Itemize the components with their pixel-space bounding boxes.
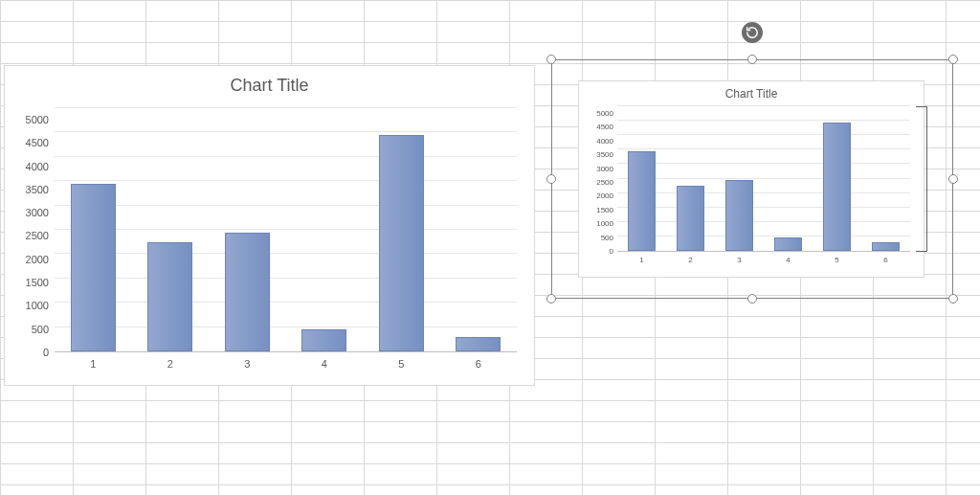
resize-handle-s[interactable] [747, 294, 757, 304]
y-tick-label: 500 [590, 235, 613, 242]
plot-area-main[interactable] [55, 108, 517, 352]
x-tick-label: 1 [617, 256, 666, 264]
y-tick-label: 4500 [590, 124, 613, 131]
data-bar[interactable] [301, 329, 346, 351]
x-axis-ticks-small: 123456 [617, 256, 910, 264]
chart-plot-main: 0500100015002000250030003500400045005000 [16, 108, 517, 352]
plot-area-small[interactable] [617, 106, 910, 252]
x-tick-label: 6 [861, 256, 910, 264]
y-tick-label: 5000 [16, 114, 49, 125]
y-axis-ticks-main: 0500100015002000250030003500400045005000 [16, 108, 49, 352]
y-tick-label: 1500 [590, 207, 613, 214]
column-chart-small[interactable]: Chart Title 0500100015002000250030003500… [578, 80, 924, 278]
data-bar[interactable] [379, 135, 424, 351]
plot-area-selection-bracket[interactable] [916, 106, 927, 252]
resize-handle-se[interactable] [948, 294, 958, 304]
y-tick-label: 0 [16, 347, 49, 358]
data-bar[interactable] [872, 242, 901, 251]
x-tick-label: 6 [440, 358, 518, 370]
resize-handle-nw[interactable] [546, 55, 556, 64]
chart-title-main[interactable]: Chart Title [5, 76, 534, 96]
x-tick-label: 2 [666, 256, 715, 264]
y-tick-label: 3000 [16, 207, 49, 218]
data-bar[interactable] [774, 237, 803, 251]
y-axis-ticks-small: 0500100015002000250030003500400045005000 [590, 106, 613, 252]
data-bar[interactable] [147, 242, 192, 351]
chart-plot-small: 0500100015002000250030003500400045005000 [590, 106, 910, 252]
y-tick-label: 3000 [590, 166, 613, 173]
data-bar[interactable] [628, 151, 657, 251]
y-tick-label: 2000 [590, 192, 613, 200]
data-bar[interactable] [677, 186, 705, 251]
x-tick-label: 2 [132, 358, 210, 370]
x-tick-label: 1 [55, 358, 132, 370]
y-tick-label: 2500 [16, 230, 49, 241]
x-tick-label: 5 [363, 358, 440, 370]
y-tick-label: 4000 [16, 161, 49, 172]
x-axis-ticks-main: 123456 [55, 358, 517, 370]
data-bar[interactable] [71, 184, 116, 351]
y-tick-label: 1500 [16, 277, 49, 288]
x-tick-label: 3 [715, 256, 764, 264]
resize-handle-sw[interactable] [546, 294, 556, 304]
resize-handle-w[interactable] [546, 174, 556, 184]
y-tick-label: 3500 [16, 184, 49, 195]
chart-title-small[interactable]: Chart Title [579, 87, 924, 101]
resize-handle-n[interactable] [747, 55, 757, 64]
data-bar[interactable] [456, 337, 501, 351]
y-tick-label: 500 [16, 324, 49, 335]
y-tick-label: 2000 [16, 254, 49, 265]
y-tick-label: 1000 [590, 220, 613, 228]
x-tick-label: 4 [286, 358, 364, 370]
y-tick-label: 3500 [590, 151, 613, 159]
y-tick-label: 4000 [590, 138, 613, 146]
x-tick-label: 5 [813, 256, 861, 264]
rotate-handle-icon[interactable] [742, 22, 763, 43]
data-bar[interactable] [823, 123, 852, 251]
data-bar[interactable] [725, 180, 754, 251]
y-tick-label: 1000 [16, 300, 49, 311]
data-bar[interactable] [225, 233, 270, 351]
resize-handle-ne[interactable] [948, 55, 958, 64]
resize-handle-e[interactable] [948, 174, 958, 184]
x-tick-label: 4 [764, 256, 813, 264]
y-tick-label: 0 [590, 248, 613, 256]
y-tick-label: 2500 [590, 179, 613, 187]
x-tick-label: 3 [209, 358, 286, 370]
y-tick-label: 4500 [16, 137, 49, 148]
y-tick-label: 5000 [590, 110, 613, 118]
column-chart-main[interactable]: Chart Title 0500100015002000250030003500… [4, 65, 535, 386]
